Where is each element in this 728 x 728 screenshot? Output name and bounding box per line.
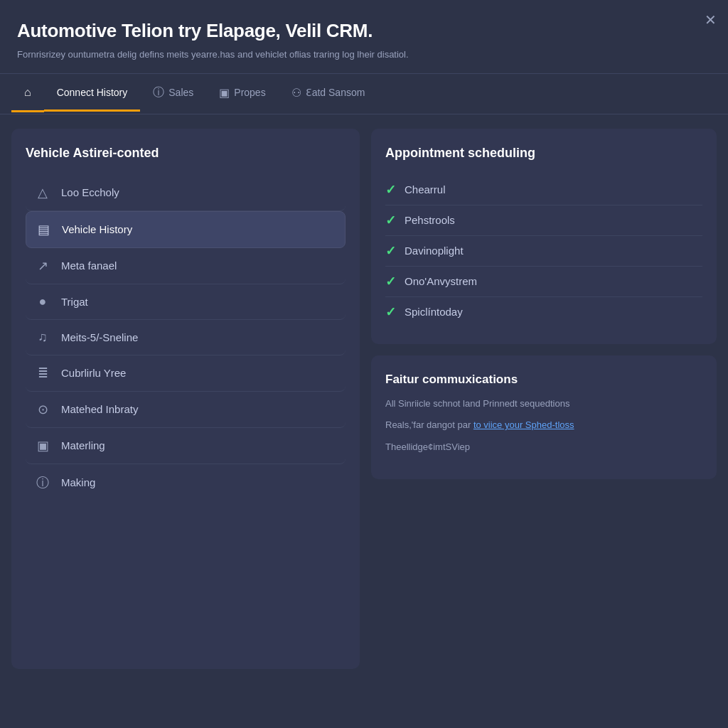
menu-item-making[interactable]: ⓘ Making — [26, 464, 346, 501]
menu-item-matehed-inbraty-label: Matehed Inbraty — [61, 403, 138, 415]
nav-data-label: Ɛatd Sansom — [306, 87, 365, 98]
nav-data[interactable]: ⚇ Ɛatd Sansom — [279, 75, 378, 113]
menu-item-cubrlirlu-yree-label: Cubrlirlu Yree — [61, 367, 126, 379]
feature-panel-title: Faitur commuxications — [385, 373, 702, 387]
left-panel: Vehicle Astirei-conted △ Loo Eccholy ▤ V… — [11, 129, 360, 669]
meits-sneline-icon: ♫ — [34, 330, 51, 345]
check-item-pehstrools-label: Pehstrools — [405, 214, 455, 226]
menu-item-cubrlirlu-yree[interactable]: ≣ Cubrlirlu Yree — [26, 355, 346, 392]
check-item-davinoplight-label: Davinoplight — [405, 245, 464, 257]
close-button[interactable]: ✕ — [705, 11, 717, 28]
feature-text-1: All Sinriicle schnot land Prinnedt seque… — [385, 397, 702, 412]
menu-item-meta-fanael[interactable]: ↗ Meta fanael — [26, 248, 346, 284]
nav-connect-history-label: Connect History — [57, 87, 128, 98]
menu-item-trigat[interactable]: ● Trigat — [26, 284, 346, 320]
cubrlirlu-yree-icon: ≣ — [34, 365, 51, 381]
home-icon: ⌂ — [24, 86, 31, 99]
nav-sales[interactable]: ⓘ Sales — [140, 74, 206, 114]
left-panel-title: Vehicle Astirei-conted — [26, 146, 346, 161]
menu-item-meits-sneline-label: Meits-5/-Sneline — [61, 331, 138, 343]
menu-item-vehicle-history-label: Vehicle History — [62, 223, 132, 235]
nav-properties[interactable]: ▣ Propes — [206, 75, 278, 113]
menu-item-meta-fanael-label: Meta fanael — [61, 259, 117, 272]
nav-properties-label: Propes — [234, 87, 265, 98]
making-icon: ⓘ — [34, 474, 51, 491]
menu-item-meits-sneline[interactable]: ♫ Meits-5/-Sneline — [26, 320, 346, 355]
page-title: Automotive Telion try Elapage, Velil CRM… — [17, 20, 711, 42]
check-item-chearrul: ✓ Chearrul — [385, 175, 702, 205]
check-item-chearrul-label: Chearrul — [405, 183, 446, 196]
check-item-spiclintoday-label: Spiclíntoday — [405, 306, 463, 318]
menu-item-making-label: Making — [61, 476, 95, 488]
check-item-spiclintoday: ✓ Spiclíntoday — [385, 297, 702, 327]
check-item-onoAnvystrem: ✓ Ono'Anvystrem — [385, 267, 702, 297]
data-icon: ⚇ — [291, 86, 301, 100]
matehed-inbraty-icon: ⊙ — [34, 402, 51, 417]
check-icon-davinoplight: ✓ — [385, 243, 396, 259]
check-item-pehstrools: ✓ Pehstrools — [385, 205, 702, 236]
sales-icon: ⓘ — [153, 85, 164, 100]
menu-item-materling[interactable]: ▣ Materling — [26, 428, 346, 464]
materling-icon: ▣ — [34, 438, 51, 454]
header-subtitle: Fornrisrizey ountumetra delig defins mei… — [17, 48, 711, 62]
feature-text-2: Reals,'far dangot par to viice your Sphe… — [385, 418, 702, 433]
nav-connect-history[interactable]: Connect History — [44, 75, 141, 112]
properties-icon: ▣ — [219, 86, 230, 100]
main-content: Vehicle Astirei-conted △ Loo Eccholy ▤ V… — [0, 114, 728, 683]
check-item-davinoplight: ✓ Davinoplight — [385, 236, 702, 267]
menu-item-loo-eccholy-label: Loo Eccholy — [61, 186, 119, 198]
menu-item-matehed-inbraty[interactable]: ⊙ Matehed Inbraty — [26, 392, 346, 428]
check-icon-chearrul: ✓ — [385, 182, 396, 198]
vehicle-history-icon: ▤ — [35, 222, 52, 237]
check-item-onoAnvystrem-label: Ono'Anvystrem — [405, 275, 477, 287]
nav-sales-label: Sales — [168, 87, 193, 98]
feature-text-3: Theellidge¢imtSViep — [385, 440, 702, 455]
menu-item-materling-label: Materling — [61, 439, 105, 451]
menu-item-trigat-label: Trigat — [61, 296, 88, 308]
navigation: ⌂ Connect History ⓘ Sales ▣ Propes ⚇ Ɛat… — [0, 74, 728, 114]
feature-link[interactable]: to viice your Sphed-tloss — [473, 419, 574, 430]
check-icon-onoAnvystrem: ✓ — [385, 274, 396, 289]
menu-item-loo-eccholy[interactable]: △ Loo Eccholy — [26, 175, 346, 211]
loo-eccholy-icon: △ — [34, 185, 51, 200]
feature-text-2-prefix: Reals,'far dangot par — [385, 419, 473, 430]
menu-item-vehicle-history[interactable]: ▤ Vehicle History — [26, 211, 346, 248]
right-column: Appointment scheduling ✓ Chearrul ✓ Pehs… — [371, 129, 717, 669]
check-icon-pehstrools: ✓ — [385, 213, 396, 228]
appointment-panel: Appointment scheduling ✓ Chearrul ✓ Pehs… — [371, 129, 717, 344]
nav-home[interactable]: ⌂ — [11, 75, 44, 112]
feature-panel: Faitur commuxications All Sinriicle schn… — [371, 355, 717, 479]
header: Automotive Telion try Elapage, Velil CRM… — [0, 0, 728, 74]
appointment-panel-title: Appointment scheduling — [385, 146, 702, 161]
check-icon-spiclintoday: ✓ — [385, 304, 396, 320]
meta-fanael-icon: ↗ — [34, 258, 51, 274]
trigat-icon: ● — [34, 294, 51, 309]
